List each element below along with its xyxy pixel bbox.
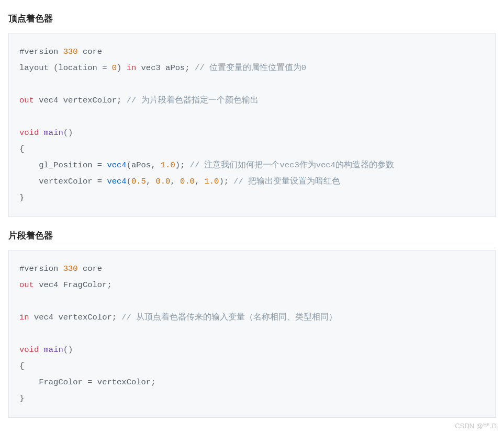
code-type: vec4 <box>107 177 126 186</box>
code-function: main <box>44 345 63 355</box>
code-text: core <box>78 47 103 56</box>
fragment-shader-code: #version 330 core out vec4 FragColor; in… <box>8 250 496 418</box>
code-comment: // 把输出变量设置为暗红色 <box>233 177 340 186</box>
code-text: vec4 vertexColor; <box>34 96 127 105</box>
code-number: 0 <box>112 63 117 73</box>
code-text: #version <box>19 264 63 273</box>
code-text <box>39 345 43 355</box>
code-text: } <box>19 193 24 202</box>
vertex-shader-code: #version 330 core layout (location = 0) … <box>8 33 496 217</box>
code-comment: // 从顶点着色器传来的输入变量（名称相同、类型相同） <box>121 313 337 322</box>
code-text: , <box>195 177 205 186</box>
code-text: , <box>170 177 180 186</box>
code-paren: () <box>63 345 73 355</box>
code-text: ( <box>127 177 131 186</box>
code-text: FragColor = vertexColor; <box>19 378 155 387</box>
code-keyword: void <box>19 128 39 138</box>
code-text: vec4 vertexColor; <box>29 313 122 322</box>
code-number: 1.0 <box>161 161 175 170</box>
code-text: vec3 aPos; <box>136 63 195 73</box>
code-keyword: in <box>127 63 137 73</box>
code-number: 1.0 <box>205 177 219 186</box>
code-number: 330 <box>63 264 78 273</box>
code-paren: () <box>63 128 73 138</box>
code-keyword: void <box>19 345 39 355</box>
code-function: main <box>44 128 63 138</box>
code-text: } <box>19 394 24 403</box>
code-text: ); <box>219 177 233 186</box>
code-type: vec4 <box>107 161 126 170</box>
code-text: { <box>19 144 24 154</box>
fragment-shader-heading: 片段着色器 <box>8 230 496 242</box>
code-keyword: out <box>19 96 34 105</box>
code-text: (aPos, <box>127 161 161 170</box>
code-text: vec4 FragColor; <box>34 280 112 290</box>
code-number: 0.0 <box>180 177 195 186</box>
code-comment: // 为片段着色器指定一个颜色输出 <box>127 96 259 105</box>
code-text: ); <box>175 161 190 170</box>
code-text: vertexColor = <box>19 177 107 186</box>
code-keyword: out <box>19 280 34 290</box>
code-text: gl_Position = <box>19 161 107 170</box>
vertex-shader-heading: 顶点着色器 <box>8 13 496 25</box>
code-number: 330 <box>63 47 78 56</box>
code-text: { <box>19 361 24 371</box>
code-comment: // 位置变量的属性位置值为0 <box>195 63 306 73</box>
code-number: 0.5 <box>131 177 146 186</box>
watermark-text: CSDN @ᴹᴿ.D <box>455 422 497 430</box>
code-text: core <box>78 264 103 273</box>
code-text: layout (location = <box>19 63 112 73</box>
code-text: ) <box>117 63 127 73</box>
code-comment: // 注意我们如何把一个vec3作为vec4的构造器的参数 <box>190 161 394 170</box>
code-number: 0.0 <box>155 177 170 186</box>
code-text: , <box>146 177 156 186</box>
code-text <box>39 128 43 138</box>
code-keyword: in <box>19 313 29 322</box>
code-text: #version <box>19 47 63 56</box>
